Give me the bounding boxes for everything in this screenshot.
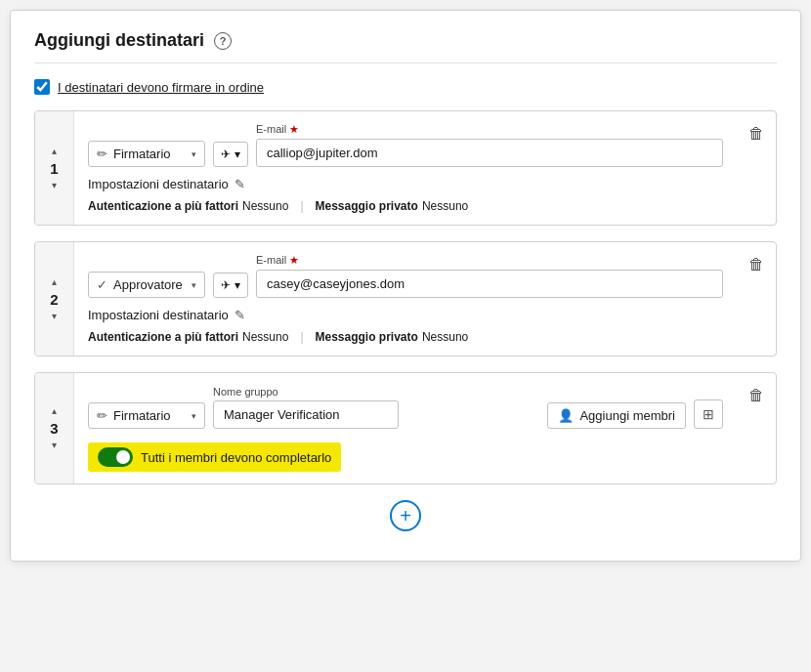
add-members-spacer [547, 388, 686, 399]
toggle-switch[interactable] [98, 447, 133, 467]
card-number-col-2: ▴ 2 ▾ [35, 242, 74, 356]
chevron-down-3[interactable]: ▾ [52, 441, 57, 450]
card-top-row-1: ✏ Firmatario ▾ ✈ ▾ E-mail ★ [88, 123, 723, 167]
send-icon-2: ✈ [221, 278, 231, 292]
card-body-1: ✏ Firmatario ▾ ✈ ▾ E-mail ★ [74, 111, 737, 225]
card-number-1: 1 [50, 160, 58, 177]
role-dropdown-3[interactable]: ✏ Firmatario ▾ [88, 402, 205, 429]
settings-icon-col: ⊞ [694, 385, 723, 429]
settings-spacer [694, 385, 723, 397]
pencil-icon-1[interactable]: ✎ [235, 177, 245, 191]
send-icon-1: ✈ [221, 147, 231, 161]
settings-row-1: Impostazioni destinatario ✎ [88, 177, 723, 191]
send-col-2: ✈ ▾ [213, 258, 248, 298]
msg-val-2: Nessuno [422, 330, 468, 344]
role-text-2: Approvatore [113, 277, 183, 292]
role-col-2: ✓ Approvatore ▾ [88, 257, 205, 298]
checkbox-row: I destinatari devono firmare in ordine [34, 79, 777, 95]
card-body-3: ✏ Firmatario ▾ Nome gruppo 👤 Aggiungi me… [74, 373, 737, 483]
card-number-col-1: ▴ 1 ▾ [35, 111, 74, 225]
settings-label-2: Impostazioni destinatario [88, 308, 229, 322]
check-icon-2: ✓ [97, 277, 107, 292]
group-name-wrap: Nome gruppo [213, 386, 539, 429]
chevron-up-2[interactable]: ▴ [52, 277, 57, 287]
card-number-col-3: ▴ 3 ▾ [35, 373, 74, 483]
delete-btn-3[interactable]: 🗑 [737, 373, 776, 483]
toggle-container: Tutti i membri devono completarlo [88, 442, 341, 472]
auth-key-2: Autenticazione a più fattori [88, 330, 238, 344]
msg-val-1: Nessuno [422, 199, 468, 213]
add-members-col: 👤 Aggiungi membri [547, 388, 686, 429]
send-method-2[interactable]: ✈ ▾ [213, 273, 248, 298]
group-settings-button[interactable]: ⊞ [694, 399, 723, 429]
role-label-2 [88, 257, 205, 269]
page-title: Aggiungi destinatari [34, 30, 204, 51]
card-number-3: 3 [50, 420, 58, 437]
send-method-1[interactable]: ✈ ▾ [213, 142, 248, 167]
email-input-1[interactable] [256, 139, 723, 167]
role-col-3: ✏ Firmatario ▾ [88, 388, 205, 429]
divider-1: | [300, 199, 303, 213]
pencil-icon-2[interactable]: ✎ [235, 308, 245, 322]
chevron-down-1[interactable]: ▾ [52, 181, 57, 190]
dropdown-chevron-3: ▾ [192, 411, 196, 421]
add-button-row: + [34, 500, 777, 531]
chevron-down-2[interactable]: ▾ [52, 312, 57, 321]
card-body-2: ✓ Approvatore ▾ ✈ ▾ E-mail ★ [74, 242, 737, 356]
email-wrap-2: E-mail ★ [256, 254, 723, 298]
pen-icon-3: ✏ [97, 408, 107, 423]
recipient-card-1: ▴ 1 ▾ ✏ Firmatario ▾ ✈ ▾ [34, 110, 777, 226]
role-text-1: Firmatario [113, 147, 171, 161]
group-name-input[interactable] [213, 400, 399, 429]
card-number-2: 2 [50, 291, 58, 308]
auth-val-1: Nessuno [242, 199, 288, 213]
msg-key-2: Messaggio privato [316, 330, 418, 344]
delete-btn-2[interactable]: 🗑 [737, 242, 776, 356]
chevron-up-3[interactable]: ▴ [52, 406, 57, 416]
send-chevron-2: ▾ [235, 278, 240, 292]
add-members-button[interactable]: 👤 Aggiungi membri [547, 402, 686, 429]
dropdown-chevron-2: ▾ [192, 280, 196, 290]
settings-icon: ⊞ [703, 406, 714, 422]
toggle-row: Tutti i membri devono completarlo [88, 439, 723, 472]
email-label-1: E-mail ★ [256, 123, 723, 136]
delete-btn-1[interactable]: 🗑 [737, 111, 776, 225]
recipient-card-3: ▴ 3 ▾ ✏ Firmatario ▾ Nome gruppo [34, 372, 777, 484]
add-recipient-button[interactable]: + [390, 500, 421, 531]
role-dropdown-1[interactable]: ✏ Firmatario ▾ [88, 141, 205, 167]
role-dropdown-2[interactable]: ✓ Approvatore ▾ [88, 272, 205, 298]
page-container: Aggiungi destinatari ? I destinatari dev… [10, 10, 801, 562]
role-text-3: Firmatario [113, 408, 171, 423]
role-label-1 [88, 126, 205, 138]
settings-label-1: Impostazioni destinatario [88, 177, 229, 191]
toggle-label: Tutti i membri devono completarlo [141, 450, 331, 465]
dropdown-chevron-1: ▾ [192, 149, 196, 159]
order-checkbox[interactable] [34, 79, 50, 95]
pen-icon-1: ✏ [97, 147, 107, 161]
card-top-row-2: ✓ Approvatore ▾ ✈ ▾ E-mail ★ [88, 254, 723, 298]
auth-row-1: Autenticazione a più fattori Nessuno | M… [88, 199, 723, 213]
recipient-card-2: ▴ 2 ▾ ✓ Approvatore ▾ ✈ ▾ [34, 241, 777, 357]
email-wrap-1: E-mail ★ [256, 123, 723, 167]
order-label: I destinatari devono firmare in ordine [58, 80, 264, 95]
send-label-1 [213, 127, 248, 139]
auth-key-1: Autenticazione a più fattori [88, 199, 238, 213]
auth-row-2: Autenticazione a più fattori Nessuno | M… [88, 330, 723, 344]
role-col-1: ✏ Firmatario ▾ [88, 126, 205, 167]
help-icon[interactable]: ? [214, 32, 232, 50]
divider-2: | [300, 330, 303, 344]
msg-key-1: Messaggio privato [316, 199, 418, 213]
send-chevron-1: ▾ [235, 147, 240, 161]
email-input-2[interactable] [256, 270, 723, 298]
settings-row-2: Impostazioni destinatario ✎ [88, 308, 723, 322]
send-label-2 [213, 258, 248, 270]
card-top-row-3: ✏ Firmatario ▾ Nome gruppo 👤 Aggiungi me… [88, 385, 723, 429]
add-members-label: Aggiungi membri [579, 408, 675, 423]
role-label-3 [88, 388, 205, 399]
group-name-label: Nome gruppo [213, 386, 539, 398]
chevron-up-1[interactable]: ▴ [52, 147, 57, 156]
add-member-icon: 👤 [558, 408, 574, 423]
send-col-1: ✈ ▾ [213, 127, 248, 167]
auth-val-2: Nessuno [242, 330, 288, 344]
page-header: Aggiungi destinatari ? [34, 30, 777, 63]
